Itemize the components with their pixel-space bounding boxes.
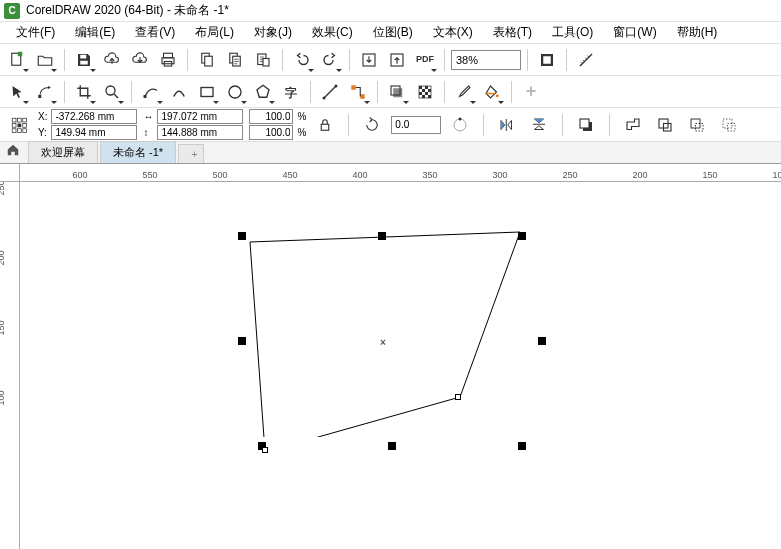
menu-view[interactable]: 查看(V) [125, 22, 185, 43]
connector-tool[interactable] [345, 79, 371, 105]
trim-button[interactable] [652, 112, 678, 138]
handle-e[interactable] [538, 337, 546, 345]
text-tool[interactable]: 字 [278, 79, 304, 105]
undo-button[interactable] [289, 47, 315, 73]
ruler-tick: 200 [632, 170, 647, 180]
shape-node[interactable] [455, 394, 461, 400]
menu-text[interactable]: 文本(X) [423, 22, 483, 43]
mirror-v-button[interactable] [526, 112, 552, 138]
weld-button[interactable] [620, 112, 646, 138]
svg-rect-56 [696, 123, 704, 131]
menu-bitmap[interactable]: 位图(B) [363, 22, 423, 43]
artistic-media-tool[interactable] [166, 79, 192, 105]
ruler-horizontal[interactable]: 600 550 500 450 400 350 300 250 200 150 … [20, 164, 781, 182]
ruler-tick: 150 [702, 170, 717, 180]
svg-rect-45 [12, 128, 16, 132]
svg-rect-34 [419, 92, 422, 95]
ruler-tick: 550 [142, 170, 157, 180]
pdf-button[interactable]: PDF [412, 47, 438, 73]
svg-point-38 [496, 94, 499, 97]
menu-object[interactable]: 对象(J) [244, 22, 302, 43]
import-button[interactable] [356, 47, 382, 73]
shape-tool[interactable] [32, 79, 58, 105]
y-input[interactable] [51, 125, 137, 140]
separator [187, 49, 188, 71]
transparency-tool[interactable] [412, 79, 438, 105]
x-input[interactable] [51, 109, 137, 124]
handle-nw[interactable] [238, 232, 246, 240]
handle-w[interactable] [238, 337, 246, 345]
ruler-tick: 350 [422, 170, 437, 180]
ruler-tick: 500 [212, 170, 227, 180]
tab-new[interactable]: + [178, 144, 204, 163]
rectangle-tool[interactable] [194, 79, 220, 105]
redo-button[interactable] [317, 47, 343, 73]
svg-rect-3 [80, 60, 88, 64]
fill-tool[interactable] [479, 79, 505, 105]
open-button[interactable] [32, 47, 58, 73]
menu-file[interactable]: 文件(F) [6, 22, 65, 43]
eyedropper-tool[interactable] [451, 79, 477, 105]
width-input[interactable] [157, 109, 243, 124]
shape-node[interactable] [262, 447, 268, 453]
rotation-input[interactable] [391, 116, 441, 134]
ruler-vertical[interactable]: 250 200 150 100 [0, 182, 20, 549]
menu-layout[interactable]: 布局(L) [185, 22, 244, 43]
home-tab-icon[interactable] [0, 140, 26, 163]
cloud-down-button[interactable] [127, 47, 153, 73]
copy-button[interactable] [194, 47, 220, 73]
intersect-button[interactable] [684, 112, 710, 138]
menu-window[interactable]: 窗口(W) [603, 22, 666, 43]
ruler-tick: 400 [352, 170, 367, 180]
menu-help[interactable]: 帮助(H) [667, 22, 728, 43]
tab-welcome-label: 欢迎屏幕 [41, 145, 85, 160]
menu-effect[interactable]: 效果(C) [302, 22, 363, 43]
separator [131, 81, 132, 103]
canvas[interactable]: × [20, 182, 781, 549]
drop-shadow-tool[interactable] [384, 79, 410, 105]
fullscreen-button[interactable] [534, 47, 560, 73]
rotation-slider[interactable] [447, 112, 473, 138]
handle-se[interactable] [518, 442, 526, 450]
simplify-button[interactable] [716, 112, 742, 138]
pick-tool[interactable] [4, 79, 30, 105]
ruler-corner[interactable] [0, 164, 20, 182]
separator [349, 49, 350, 71]
center-marker[interactable]: × [380, 337, 386, 348]
add-tool[interactable]: + [518, 79, 544, 105]
parallel-dim-tool[interactable] [317, 79, 343, 105]
print-button[interactable] [155, 47, 181, 73]
handle-ne[interactable] [518, 232, 526, 240]
window-title: CorelDRAW 2020 (64-Bit) - 未命名 -1* [26, 2, 229, 19]
menu-table[interactable]: 表格(T) [483, 22, 542, 43]
order-button[interactable] [573, 112, 599, 138]
scale-y-input[interactable] [249, 125, 293, 140]
handle-n[interactable] [378, 232, 386, 240]
ellipse-tool[interactable] [222, 79, 248, 105]
handle-s[interactable] [388, 442, 396, 450]
height-input[interactable] [157, 125, 243, 140]
title-bar: C CorelDRAW 2020 (64-Bit) - 未命名 -1* [0, 0, 781, 22]
freehand-tool[interactable] [138, 79, 164, 105]
mirror-h-button[interactable] [494, 112, 520, 138]
export-button[interactable] [384, 47, 410, 73]
new-button[interactable] [4, 47, 30, 73]
menu-tool[interactable]: 工具(O) [542, 22, 603, 43]
tab-welcome[interactable]: 欢迎屏幕 [28, 141, 98, 163]
ruler-button[interactable] [573, 47, 599, 73]
tab-document[interactable]: 未命名 -1* [100, 141, 176, 163]
cut-button[interactable] [250, 47, 276, 73]
canvas-area: 600 550 500 450 400 350 300 250 200 150 … [0, 164, 781, 549]
svg-rect-8 [205, 56, 213, 66]
polygon-tool[interactable] [250, 79, 276, 105]
crop-tool[interactable] [71, 79, 97, 105]
cloud-up-button[interactable] [99, 47, 125, 73]
save-button[interactable] [71, 47, 97, 73]
zoom-input[interactable] [451, 50, 521, 70]
zoom-tool[interactable] [99, 79, 125, 105]
selected-polygon[interactable] [230, 217, 540, 437]
paste-button[interactable] [222, 47, 248, 73]
menu-edit[interactable]: 编辑(E) [65, 22, 125, 43]
scale-x-input[interactable] [249, 109, 293, 124]
lock-ratio-button[interactable] [312, 112, 338, 138]
